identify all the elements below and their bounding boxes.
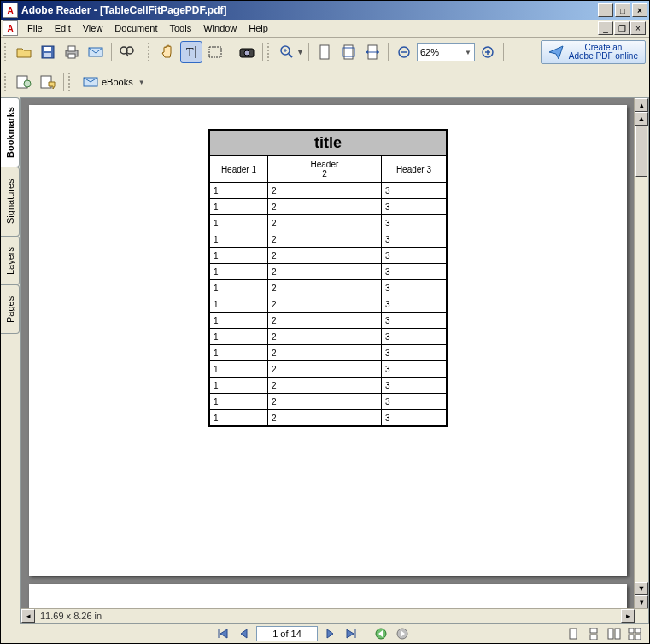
snapshot-tool-button[interactable] [236,41,258,63]
scroll-down-button[interactable]: ▼ [635,582,648,595]
doc-icon[interactable]: A [3,20,18,36]
hand-tool-button[interactable] [156,41,179,63]
table-row: 123 [209,410,447,427]
sidebar-tab-signatures[interactable]: Signatures [1,167,20,237]
toolbar-grip[interactable] [4,43,9,61]
sidebar-tab-pages[interactable]: Pages [1,284,20,334]
table-cell: 2 [267,313,381,329]
menu-help[interactable]: Help [243,21,274,35]
menu-file[interactable]: File [21,21,49,35]
horizontal-scrollbar[interactable]: ◂ 11.69 x 8.26 in ▸ [21,608,648,623]
menu-window[interactable]: Window [197,21,243,35]
table-cell: 2 [267,215,381,231]
vertical-scrollbar[interactable]: ▴ ▲ ▼ ▾ [634,98,648,609]
svg-rect-19 [320,45,329,59]
select-text-tool-button[interactable]: T [180,41,202,63]
zoom-input[interactable]: 62% ▼ [417,43,475,61]
table-cell: 1 [209,313,267,329]
page-number-input[interactable]: 1 of 14 [256,626,318,641]
toolbar-separator [366,624,366,643]
search-button[interactable] [116,41,138,63]
scroll-thumb[interactable] [635,126,647,177]
scroll-track[interactable] [635,126,648,582]
menu-document[interactable]: Document [108,21,163,35]
review-button[interactable] [13,71,35,93]
single-page-button[interactable] [564,625,583,642]
ebooks-button[interactable]: eBooks ▼ [77,73,151,91]
fit-width-button[interactable] [361,41,384,63]
print-button[interactable] [61,41,83,63]
sidebar-tab-layers[interactable]: Layers [1,236,20,285]
zoom-in-plus-button[interactable] [477,41,499,63]
continuous-facing-button[interactable] [625,625,644,642]
table-cell: 2 [267,280,381,296]
table-cell: 1 [209,215,267,231]
table-cell: 3 [381,394,447,410]
table-row: 123 [209,345,447,361]
pdf-page: title Header 1 Header Header 3 [29,584,627,609]
pdf-table: title Header 1 Header2 Header 3 12312312… [208,129,448,427]
scroll-right-button[interactable]: ▸ [621,609,635,623]
scroll-left-button[interactable]: ◂ [21,609,35,623]
menu-tools[interactable]: Tools [164,21,198,35]
open-button[interactable] [13,41,35,63]
select-image-tool-button[interactable] [204,41,226,63]
scroll-up-button[interactable]: ▲ [635,112,648,126]
save-button[interactable] [37,41,59,63]
table-cell: 1 [209,264,267,280]
table-cell: 3 [381,361,447,378]
prev-page-button[interactable] [235,625,254,642]
create-pdf-line2: Adobe PDF online [569,52,638,61]
zoom-in-button[interactable] [276,41,298,63]
dropdown-arrow-icon[interactable]: ▼ [465,49,471,56]
menu-edit[interactable]: Edit [49,21,77,35]
mdi-close-button[interactable]: × [630,21,646,35]
close-button[interactable]: × [632,3,647,17]
table-cell: 2 [267,329,381,345]
dropdown-arrow-icon[interactable]: ▼ [296,48,304,56]
sidebar-tab-bookmarks[interactable]: Bookmarks [1,97,20,167]
table-cell: 2 [267,345,381,361]
first-page-button[interactable] [214,625,232,642]
create-pdf-online-button[interactable]: Create an Adobe PDF online [541,40,646,64]
review-comments-button[interactable] [37,71,59,93]
table-cell: 1 [209,345,267,361]
table-row: 123 [209,215,447,231]
table-cell: 3 [381,378,447,394]
document-viewport[interactable]: title Header 1 Header2 Header 3 12312312… [20,97,649,624]
continuous-button[interactable] [584,625,603,642]
next-view-button[interactable] [393,625,412,642]
table-cell: 1 [209,183,267,199]
actual-size-button[interactable] [313,41,336,63]
toolbar-grip[interactable] [68,73,73,91]
scroll-down-button[interactable]: ▾ [635,595,648,609]
minimize-button[interactable]: _ [598,3,613,17]
svg-rect-37 [590,635,597,640]
table-title: title [209,130,447,156]
toolbar-grip[interactable] [267,43,272,61]
maximize-button[interactable]: □ [615,3,630,17]
last-page-button[interactable] [342,625,360,642]
mdi-restore-button[interactable]: ❐ [614,21,630,35]
document-area: title Header 1 Header2 Header 3 12312312… [20,97,649,624]
toolbar-grip[interactable] [148,43,153,61]
facing-button[interactable] [605,625,624,642]
svg-rect-4 [68,46,75,51]
next-page-button[interactable] [320,625,339,642]
menu-view[interactable]: View [77,21,109,35]
app-window: A Adobe Reader - [TableCellFitPagePDF.pd… [0,0,650,644]
mdi-minimize-button[interactable]: _ [598,21,613,35]
email-button[interactable] [85,41,107,63]
svg-point-14 [244,50,249,56]
svg-rect-39 [615,629,620,639]
svg-rect-38 [608,629,613,639]
prev-view-button[interactable] [372,625,390,642]
table-cell: 1 [209,329,267,345]
table-cell: 3 [381,199,447,215]
toolbar-grip[interactable] [4,73,9,91]
fit-page-button[interactable] [337,41,360,63]
zoom-out-button[interactable] [393,41,415,63]
secondary-toolbar: eBooks ▼ [1,67,649,97]
scroll-up-button[interactable]: ▴ [635,98,648,112]
table-cell: 1 [209,361,267,378]
